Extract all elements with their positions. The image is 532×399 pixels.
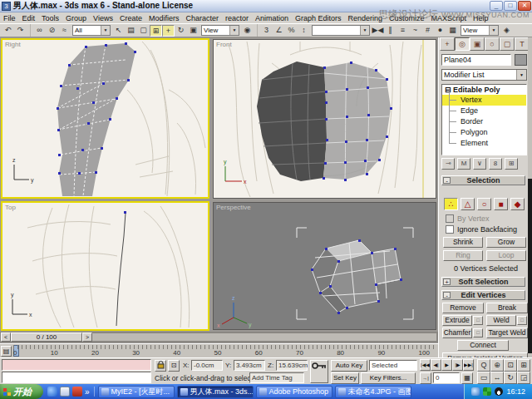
layer-manager-icon[interactable]: ≡ (397, 25, 409, 37)
reference-coordinate-dropdown[interactable]: View (201, 25, 239, 36)
collapse-icon[interactable]: - (443, 292, 451, 298)
unlink-selection-icon[interactable]: ⊘ (46, 25, 58, 37)
close-button[interactable]: ✕ (518, 1, 531, 11)
weld-settings-icon[interactable]: □ (517, 316, 527, 325)
remove-button[interactable]: Remove (442, 303, 484, 313)
time-slider-next-button[interactable]: > (82, 332, 92, 342)
menu-item[interactable]: Tools (38, 14, 62, 22)
viewport-perspective[interactable]: z x y Perspective (213, 202, 436, 330)
absolute-offset-toggle-icon[interactable]: ⊡ (168, 360, 180, 372)
select-and-move-icon[interactable]: + (162, 25, 175, 37)
task-button[interactable]: 未命名4.JPG - 画图 (335, 386, 411, 398)
maximize-button[interactable]: □ (504, 1, 517, 11)
time-slider-track[interactable] (92, 332, 437, 342)
play-icon[interactable]: ▶ (441, 359, 452, 371)
object-color-swatch[interactable] (515, 54, 527, 66)
menu-item[interactable]: Animation (252, 14, 292, 22)
zoom-all-icon[interactable]: ⊕ (490, 359, 504, 372)
arc-rotate-icon[interactable]: ↻ (504, 372, 517, 384)
select-by-name-icon[interactable]: ▤ (125, 25, 137, 37)
percent-snap-icon[interactable]: % (285, 25, 298, 37)
connect-button[interactable]: Connect (457, 340, 509, 351)
chamfer-settings-icon[interactable]: □ (473, 328, 483, 337)
object-name-field[interactable]: Plane04 (441, 54, 511, 66)
menu-item[interactable]: Customize (386, 14, 428, 22)
menu-item[interactable]: Edit (19, 14, 39, 22)
key-filters-button[interactable]: Key Filters... (361, 372, 416, 384)
time-config-dropdown[interactable]: Selected (369, 360, 417, 371)
element-mode-icon[interactable]: ◆ (510, 198, 525, 210)
internet-explorer-icon[interactable] (47, 387, 57, 397)
render-type-dropdown[interactable]: View (461, 25, 499, 36)
menu-item[interactable]: Graph Editors (292, 14, 345, 22)
toolbar-separator[interactable] (27, 24, 31, 37)
weld-button[interactable]: Weld (486, 315, 516, 326)
configure-modifier-sets-icon[interactable]: ⊞ (505, 158, 518, 170)
edge-mode-icon[interactable]: △ (461, 198, 475, 210)
modifier-stack[interactable]: ⊟ Editable Poly VertexEdgeBorderPolygonE… (441, 84, 527, 155)
time-configuration-icon[interactable]: ▦ (461, 372, 473, 384)
selection-rollout-header[interactable]: - Selection (441, 175, 525, 185)
pan-icon[interactable]: ↔ (490, 372, 504, 384)
tab-modify[interactable]: ◎ (455, 37, 470, 51)
task-button[interactable]: 男人体.max - 3ds... (177, 386, 254, 398)
remove-modifier-icon[interactable]: 8 (489, 158, 502, 170)
menu-item[interactable]: Rendering (345, 14, 387, 22)
quick-render-icon[interactable]: ◈ (500, 25, 513, 37)
shrink-button[interactable]: Shrink (443, 237, 483, 248)
viewport-front[interactable]: y x Front (213, 39, 436, 199)
zoom-region-icon[interactable]: ▭ (477, 372, 490, 384)
loop-button[interactable]: Loop (486, 250, 526, 261)
viewport-right[interactable]: z y Right (1, 38, 209, 199)
border-mode-icon[interactable]: ○ (477, 198, 491, 210)
min-max-toggle-icon[interactable]: ◲ (517, 372, 530, 384)
task-button[interactable]: MyIE2 - [火星时... (98, 386, 175, 398)
viewport-label-top[interactable]: Top (5, 204, 16, 211)
make-unique-icon[interactable]: ∨ (473, 158, 486, 170)
menu-item[interactable]: reactor (222, 14, 252, 22)
quick-launch-more-icon[interactable]: » (85, 387, 90, 397)
next-frame-icon[interactable]: |▶ (452, 359, 463, 371)
align-icon[interactable]: ∥ (384, 25, 397, 37)
chamfer-button[interactable]: Chamfer (442, 328, 472, 338)
mirror-icon[interactable]: ▶◀ (372, 25, 384, 37)
selection-filter-dropdown[interactable]: All (72, 25, 111, 36)
viewport-label-right[interactable]: Right (5, 41, 21, 48)
maxscript-mini-listener-white[interactable] (2, 372, 151, 383)
set-key-icon[interactable] (310, 360, 328, 383)
menu-item[interactable]: Group (62, 14, 90, 22)
viewport-label-perspective[interactable]: Perspective (216, 204, 251, 211)
stack-sub-item[interactable]: Element (442, 138, 526, 149)
ring-button[interactable]: Ring (443, 250, 483, 261)
menu-item[interactable]: MAXScript (428, 14, 470, 22)
extrude-settings-icon[interactable]: □ (473, 316, 483, 325)
ignore-backfacing-checkbox[interactable]: Ignore Backfacing (446, 225, 517, 234)
curve-editor-icon[interactable]: ~ (409, 25, 421, 37)
named-selection-dropdown[interactable] (312, 25, 370, 36)
tab-motion[interactable]: ○ (485, 37, 500, 51)
select-and-rotate-icon[interactable]: ↻ (175, 25, 187, 37)
network-tray-icon[interactable] (471, 387, 480, 396)
redo-icon[interactable]: ↷ (14, 25, 27, 37)
command-panel-scrollbar[interactable] (528, 37, 532, 357)
scrollbar-thumb[interactable] (528, 179, 532, 353)
render-scene-icon[interactable]: ▦ (446, 25, 459, 37)
snap-toggle-icon[interactable]: 3 (260, 25, 273, 37)
spinner-snap-icon[interactable]: ↕ (298, 25, 310, 37)
key-mode-icon[interactable]: →| (420, 372, 431, 384)
time-slider-prev-button[interactable]: < (1, 332, 11, 342)
polygon-mode-icon[interactable]: ■ (494, 198, 508, 210)
menu-item[interactable]: Help (470, 14, 492, 22)
rectangular-selection-icon[interactable]: ▢ (137, 25, 150, 37)
menu-item[interactable]: Modifiers (145, 14, 183, 22)
material-editor-icon[interactable]: ● (434, 25, 446, 37)
task-button[interactable]: Adobe Photoshop (256, 386, 332, 398)
tab-create[interactable]: + (440, 37, 455, 51)
media-player-icon[interactable] (72, 387, 82, 397)
qq-tray-icon[interactable] (495, 387, 503, 396)
soft-selection-rollout-header[interactable]: + Soft Selection (441, 277, 525, 287)
messenger-tray-icon[interactable] (483, 387, 491, 396)
pin-stack-icon[interactable]: ⊸ (441, 158, 455, 170)
selection-lock-icon[interactable] (155, 360, 166, 372)
maxscript-mini-listener-pink[interactable] (2, 359, 151, 371)
